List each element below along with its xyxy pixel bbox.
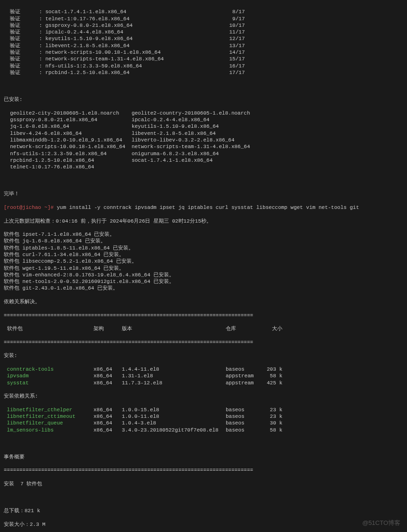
pkg-name: libnetfilter_cttimeout <box>4 413 93 420</box>
pkg-version: 1.0.4-3.el8 <box>122 420 226 426</box>
verify-block: 验证 : socat-1.7.4.1-1.el8.x86_64 8/17 验证 … <box>4 8 403 76</box>
pkg-size: 23 k <box>259 413 282 420</box>
already-line: 软件包 jq-1.6-8.el8.x86_64 已安装。 <box>4 238 403 244</box>
pkg-size: 203 k <box>259 366 282 373</box>
prompt: [root@jichao ~]# <box>4 205 57 210</box>
already-line: 软件包 git-2.43.0-1.el8.x86_64 已安装。 <box>4 285 403 291</box>
verify-line: 验证 : telnet-1:0.17-76.el8.x86_64 9/17 <box>4 16 403 22</box>
deps-resolved: 依赖关系解决。 <box>4 299 403 305</box>
pkg-repo: appstream <box>226 380 259 386</box>
pkg-version: 1.0.0-11.el8 <box>122 413 226 420</box>
pkg-arch: x86_64 <box>93 427 122 433</box>
install-size: 安装大小：2.3 M <box>4 521 403 528</box>
pkg-version: 3.4.0-23.20180522git70f7e08.el8 <box>122 427 226 433</box>
watermark: @51CTO博客 <box>362 519 400 527</box>
dep-rows: libnetfilter_cthelperx86_641.0.0-15.el8b… <box>4 407 403 433</box>
installed-item: jq-1.6-8.el8.x86_64 keyutils-1.5.10-9.el… <box>4 123 403 130</box>
pkg-repo: baseos <box>226 413 259 420</box>
table-row: conntrack-toolsx86_641.4.4-11.el8baseos2… <box>4 366 403 373</box>
pkg-name: sysstat <box>4 380 93 386</box>
verify-line: 验证 : network-scripts-10.00.18-1.el8.x86_… <box>4 49 403 56</box>
installed-label: 已安装: <box>4 96 403 103</box>
installed-item: geolite2-city-20180605-1.el8.noarch geol… <box>4 110 403 116</box>
pkg-name: libnetfilter_cthelper <box>4 407 93 413</box>
pkg-arch: x86_64 <box>93 373 122 379</box>
pkg-version: 1.0.0-15.el8 <box>122 407 226 413</box>
pkg-repo: baseos <box>226 420 259 426</box>
verify-line: 验证 : nfs-utils-1:2.3.3-59.el8.x86_64 16/… <box>4 63 403 69</box>
complete-msg: 完毕！ <box>4 191 403 197</box>
already-line: 软件包 wget-1.19.5-11.el8.x86_64 已安装。 <box>4 265 403 272</box>
table-header: 软件包架构版本仓库大小 <box>4 325 403 332</box>
installed-item: libmaxminddb-1.2.0-10.el8_9.1.x86_64 lib… <box>4 137 403 143</box>
install-rows: conntrack-toolsx86_641.4.4-11.el8baseos2… <box>4 366 403 386</box>
already-line: 软件包 libseccomp-2.5.2-1.el8.x86_64 已安装。 <box>4 258 403 265</box>
verify-line: 验证 : socat-1.7.4.1-1.el8.x86_64 8/17 <box>4 8 403 15</box>
total-download: 总下载：821 k <box>4 507 403 514</box>
installed-item: telnet-1:0.17-76.el8.x86_64 <box>4 164 403 170</box>
verify-line: 验证 : keyutils-1.5.10-9.el8.x86_64 12/17 <box>4 35 403 42</box>
already-line: 软件包 iptables-1.8.5-11.el8.x86_64 已安装。 <box>4 245 403 251</box>
pkg-size: 58 k <box>259 427 282 433</box>
table-row: ipvsadmx86_641.31-1.el8appstream58 k <box>4 373 403 379</box>
pkg-size: 425 k <box>259 380 282 386</box>
installed-item: network-scripts-10.00.18-1.el8.x86_64 ne… <box>4 143 403 150</box>
tx-summary: 安装 7 软件包 <box>4 481 403 487</box>
already-line: 软件包 ipset-7.1-1.el8.x86_64 已安装。 <box>4 231 403 238</box>
verify-line: 验证 : ipcalc-0.2.4-4.el8.x86_64 11/17 <box>4 29 403 35</box>
dep-install-label: 安装依赖关系: <box>4 393 403 399</box>
pkg-name: lm_sensors-libs <box>4 427 93 433</box>
installed-item: nfs-utils-1:2.3.3-59.el8.x86_64 onigurum… <box>4 150 403 157</box>
separator: ========================================… <box>4 339 403 346</box>
pkg-name: libnetfilter_queue <box>4 420 93 426</box>
verify-line: 验证 : gssproxy-0.8.0-21.el8.x86_64 10/17 <box>4 22 403 29</box>
command-line[interactable]: [root@jichao ~]# yum install -y conntrac… <box>4 204 403 211</box>
pkg-version: 1.31-1.el8 <box>122 373 226 379</box>
separator: ========================================… <box>4 467 403 474</box>
pkg-size: 30 k <box>259 420 282 426</box>
verify-line: 验证 : network-scripts-team-1.31-4.el8.x86… <box>4 56 403 62</box>
pkg-version: 1.4.4-11.el8 <box>122 366 226 373</box>
pkg-repo: baseos <box>226 366 259 373</box>
already-line: 软件包 net-tools-2.0-0.52.20160912git.el8.x… <box>4 278 403 285</box>
pkg-arch: x86_64 <box>93 407 122 413</box>
yum-command: yum install -y conntrack ipvsadm ipset j… <box>57 205 359 210</box>
verify-line: 验证 : rpcbind-1.2.5-10.el8.x86_64 17/17 <box>4 69 403 76</box>
pkg-repo: baseos <box>226 407 259 413</box>
separator: ========================================… <box>4 312 403 319</box>
table-row: libnetfilter_cttimeoutx86_641.0.0-11.el8… <box>4 413 403 420</box>
table-row: libnetfilter_cthelperx86_641.0.0-15.el8b… <box>4 407 403 413</box>
already-installed-block: 软件包 ipset-7.1-1.el8.x86_64 已安装。软件包 jq-1.… <box>4 231 403 292</box>
pkg-name: ipvsadm <box>4 373 93 379</box>
table-row: sysstatx86_6411.7.3-12.el8appstream425 k <box>4 380 403 386</box>
installed-item: libev-4.24-6.el8.x86_64 libevent-2.1.8-5… <box>4 130 403 137</box>
tx-summary-label: 事务概要 <box>4 454 403 460</box>
pkg-size: 23 k <box>259 407 282 413</box>
metadata-line: 上次元数据过期检查：0:04:16 前，执行于 2024年06月26日 星期三 … <box>4 218 403 224</box>
pkg-arch: x86_64 <box>93 413 122 420</box>
already-line: 软件包 curl-7.61.1-34.el8.x86_64 已安装。 <box>4 251 403 258</box>
terminal-output: 验证 : socat-1.7.4.1-1.el8.x86_64 8/17 验证 … <box>0 0 407 532</box>
already-line: 软件包 vim-enhanced-2:8.0.1763-19.el8_6.4.x… <box>4 272 403 278</box>
pkg-arch: x86_64 <box>93 366 122 373</box>
installed-list-1: geolite2-city-20180605-1.el8.noarch geol… <box>4 110 403 171</box>
pkg-size: 58 k <box>259 373 282 379</box>
pkg-arch: x86_64 <box>93 380 122 386</box>
pkg-repo: appstream <box>226 373 259 379</box>
install-label: 安装: <box>4 352 403 359</box>
pkg-version: 11.7.3-12.el8 <box>122 380 226 386</box>
pkg-arch: x86_64 <box>93 420 122 426</box>
table-row: lm_sensors-libsx86_643.4.0-23.20180522gi… <box>4 427 403 433</box>
pkg-repo: baseos <box>226 427 259 433</box>
installed-item: gssproxy-0.8.0-21.el8.x86_64 ipcalc-0.2.… <box>4 116 403 123</box>
installed-item: rpcbind-1.2.5-10.el8.x86_64 socat-1.7.4.… <box>4 157 403 164</box>
table-row: libnetfilter_queuex86_641.0.4-3.el8baseo… <box>4 420 403 426</box>
verify-line: 验证 : libevent-2.1.8-5.el8.x86_64 13/17 <box>4 42 403 49</box>
pkg-name: conntrack-tools <box>4 366 93 373</box>
